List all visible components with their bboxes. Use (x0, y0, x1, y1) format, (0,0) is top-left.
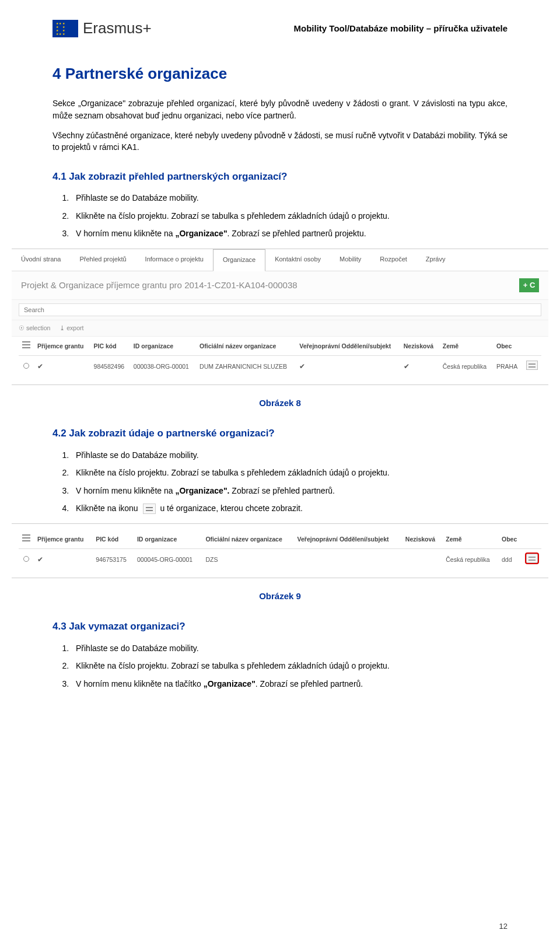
doc-title: Mobility Tool/Databáze mobility – příruč… (294, 22, 508, 35)
intro-paragraph-2: Všechny zúčastněné organizace, které neb… (52, 130, 508, 153)
col-zeme: Země (439, 337, 493, 356)
screenshot-9: Příjemce grantu PIC kód ID organizace Of… (12, 523, 548, 578)
col-pic: PIC kód (90, 337, 130, 356)
col-pic: PIC kód (92, 530, 134, 549)
step-item: V horním menu klikněte na „Organizace". … (71, 228, 508, 239)
page-header: Erasmus+ Mobility Tool/Databáze mobility… (52, 18, 508, 40)
screenshot-8: Úvodní strana Přehled projektů Informace… (12, 249, 548, 385)
cell-verej: ✔ (296, 356, 400, 377)
steps-4-3: Přihlaste se do Databáze mobility. Klikn… (71, 642, 508, 690)
step-item: Klikněte na ikonu u té organizace, ktero… (71, 502, 508, 514)
organizations-table-2: Příjemce grantu PIC kód ID organizace Of… (19, 530, 541, 570)
col-verejno: Veřejnoprávní Oddělení/subjekt (296, 337, 400, 356)
col-zeme: Země (442, 530, 498, 549)
col-nazev: Oficiální název organizace (196, 337, 296, 356)
col-nezisk: Nezisková (400, 337, 439, 356)
step-item: Přihlaste se do Databáze mobility. (71, 449, 508, 461)
page-number: 12 (499, 921, 508, 932)
intro-paragraph-1: Sekce „Organizace" zobrazuje přehled org… (52, 97, 508, 121)
figure-caption-9: Obrázek 9 (52, 590, 508, 603)
section-4-1-heading: 4.1 Jak zobrazit přehled partnerských or… (52, 170, 508, 184)
tab-projects[interactable]: Přehled projektů (70, 249, 135, 271)
section-4-heading: 4 Partnerské organizace (52, 63, 508, 85)
selection-tool[interactable]: ☉ selection (19, 324, 50, 333)
cell-nazev: DUM ZAHRANICNICH SLUZEB (196, 356, 296, 377)
cell-verej (294, 549, 402, 571)
erasmus-logo-text: Erasmus+ (83, 18, 152, 40)
step-item: Klikněte na číslo projektu. Zobrazí se t… (71, 210, 508, 222)
col-obec: Obec (498, 530, 523, 549)
cell-prijemce: ✔ (34, 356, 90, 377)
step-item: Přihlaste se do Databáze mobility. (71, 642, 508, 654)
cell-zeme: Česká republika (442, 549, 498, 571)
steps-4-1: Přihlaste se do Databáze mobility. Klikn… (71, 192, 508, 239)
eu-flag-icon (52, 20, 78, 37)
row-radio[interactable] (23, 363, 29, 369)
step-item: Přihlaste se do Databáze mobility. (71, 192, 508, 204)
row-radio[interactable] (23, 556, 29, 562)
tab-info[interactable]: Informace o projektu (136, 249, 213, 271)
section-4-3-heading: 4.3 Jak vymazat organizaci? (52, 620, 508, 634)
tab-mobility[interactable]: Mobility (330, 249, 370, 271)
steps-4-2: Přihlaste se do Databáze mobility. Klikn… (71, 449, 508, 514)
tab-home[interactable]: Úvodní strana (12, 249, 70, 271)
cell-pic: 946753175 (92, 549, 134, 571)
step-item: V horním menu klikněte na tlačítko „Orga… (71, 678, 508, 690)
organizations-table: Příjemce grantu PIC kód ID organizace Of… (19, 337, 541, 377)
section-4-2-heading: 4.2 Jak zobrazit údaje o partnerské orga… (52, 426, 508, 441)
toolbar: ☉ selection ⤓ export (12, 320, 548, 337)
tab-contacts[interactable]: Kontaktní osoby (265, 249, 330, 271)
step-item: V horním menu klikněte na „Organizace". … (71, 485, 508, 497)
col-prijemce: Příjemce grantu (34, 337, 90, 356)
table-row[interactable]: ✔ 984582496 000038-ORG-00001 DUM ZAHRANI… (19, 356, 541, 377)
cell-nezisk (402, 549, 442, 571)
add-button[interactable]: + C (519, 278, 539, 292)
cell-zeme: Česká republika (439, 356, 493, 377)
step-item: Klikněte na číslo projektu. Zobrazí se t… (71, 660, 508, 672)
menu-icon[interactable] (22, 534, 30, 541)
menu-icon[interactable] (22, 341, 30, 348)
project-title-bar: Projekt & Organizace příjemce grantu pro… (12, 271, 548, 300)
col-menu (19, 337, 34, 356)
cell-nezisk: ✔ (400, 356, 439, 377)
cell-id: 000038-ORG-00001 (130, 356, 196, 377)
figure-caption-8: Obrázek 8 (52, 397, 508, 410)
cell-obec: ddd (498, 549, 523, 571)
col-obec: Obec (493, 337, 523, 356)
col-verejno: Veřejnoprávní Oddělení/subjekt (294, 530, 402, 549)
step-item: Klikněte na číslo projektu. Zobrazí se t… (71, 467, 508, 478)
col-id: ID organizace (134, 530, 202, 549)
logo-block: Erasmus+ (52, 18, 152, 40)
view-icon[interactable] (526, 361, 538, 370)
nav-tabs: Úvodní strana Přehled projektů Informace… (12, 249, 548, 271)
tab-reports[interactable]: Zprávy (416, 249, 455, 271)
tab-budget[interactable]: Rozpočet (370, 249, 416, 271)
cell-pic: 984582496 (90, 356, 130, 377)
cell-obec: PRAHA (493, 356, 523, 377)
cell-id: 000045-ORG-00001 (134, 549, 202, 571)
cell-prijemce: ✔ (34, 549, 92, 571)
cell-nazev: DZS (202, 549, 293, 571)
export-tool[interactable]: ⤓ export (60, 324, 83, 333)
col-nazev: Oficiální název organizace (202, 530, 293, 549)
col-prijemce: Příjemce grantu (34, 530, 92, 549)
table-row[interactable]: ✔ 946753175 000045-ORG-00001 DZS Česká r… (19, 549, 541, 571)
tab-organizations[interactable]: Organizace (213, 249, 265, 271)
col-nezisk: Nezisková (402, 530, 442, 549)
search-input[interactable] (19, 303, 541, 316)
list-icon (143, 504, 156, 514)
view-icon-highlighted[interactable] (526, 554, 538, 563)
col-id: ID organizace (130, 337, 196, 356)
